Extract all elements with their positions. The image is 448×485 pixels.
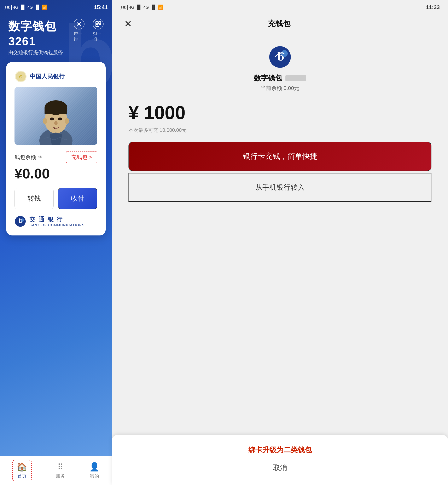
status-time-right: 11:33	[426, 4, 440, 11]
signal-bar-r1: ▐▌	[136, 5, 142, 10]
mine-icon: 👤	[89, 462, 100, 472]
action-buttons: 转钱 收付	[15, 188, 97, 209]
mobile-transfer-button[interactable]: 从手机银行转入	[128, 173, 432, 202]
wallet-balance-right: 当前余额 0.00元	[261, 85, 299, 92]
home-icon: 🏠	[17, 462, 27, 472]
national-emblem: ⊙	[15, 70, 27, 83]
wallet-name-right: 数字钱包	[254, 73, 306, 83]
bank-charge-button[interactable]: 银行卡充钱，简单快捷	[128, 142, 432, 171]
bocom-logo-right: b	[269, 46, 291, 68]
signal-4g-r1: 4G	[129, 5, 134, 10]
wallet-title: 数字钱包3261	[8, 19, 74, 48]
home-label: 首页	[17, 473, 26, 479]
signal-4g-1: 4G	[13, 5, 18, 10]
receive-button[interactable]: 收付	[58, 188, 97, 209]
svg-rect-2	[96, 22, 98, 24]
bank-logo-row: b 交 通 银 行 BANK OF COMMUNICATIONS	[15, 215, 97, 227]
wifi-icon: 📶	[42, 5, 48, 10]
hd-icon-r: HD	[120, 5, 128, 10]
bank-name-card: 中国人民银行	[30, 73, 65, 80]
portrait-area	[15, 87, 97, 145]
left-panel: b HD 4G ▐▌ 4G ▐▌ 📶 15:41 数字钱包3261 由交通银行提…	[0, 0, 112, 485]
recharge-button[interactable]: 充钱包 >	[66, 151, 97, 163]
status-time-left: 15:41	[94, 4, 108, 11]
amount-limit: 本次最多可充 10,000.00元	[128, 127, 432, 133]
svg-rect-3	[99, 22, 101, 24]
balance-label: 钱包余额 👁	[15, 154, 43, 161]
portrait-figure	[33, 89, 79, 145]
balance-row: 钱包余额 👁 充钱包 >	[15, 151, 97, 163]
amount-display: ¥ 1000	[128, 102, 432, 123]
hd-icon: HD	[4, 5, 12, 10]
status-icons-right: HD 4G ▐▌ 4G ▐▌ 📶	[120, 5, 163, 10]
svg-point-16	[43, 118, 47, 124]
page-title: 充钱包	[268, 19, 290, 29]
nav-home[interactable]: 🏠 首页	[12, 460, 32, 481]
cancel-button[interactable]: 取消	[128, 463, 432, 473]
right-content: b 数字钱包 当前余额 0.00元 ¥ 1000 本次最多可充 10,000.0…	[112, 33, 448, 485]
status-bar-right: HD 4G ▐▌ 4G ▐▌ 📶 11:33	[112, 0, 448, 15]
card-header: ⊙ 中国人民银行	[15, 70, 97, 83]
balance-amount: ¥0.00	[15, 165, 97, 181]
signal-bar-1: ▐▌	[20, 5, 26, 10]
svg-point-20	[54, 121, 58, 125]
status-bar-left: HD 4G ▐▌ 4G ▐▌ 📶 15:41	[0, 0, 112, 15]
svg-text:⊙: ⊙	[19, 74, 23, 79]
header-section: 数字钱包3261 由交通银行提供钱包服务 碰一碰	[0, 15, 112, 62]
status-icons-left: HD 4G ▐▌ 4G ▐▌ 📶	[4, 5, 48, 10]
signal-4g-2: 4G	[27, 5, 33, 10]
signal-bar-2: ▐▌	[34, 5, 40, 10]
header-actions: 碰一碰 扫一扫	[74, 19, 104, 42]
scan-button[interactable]: 扫一扫	[93, 19, 104, 42]
signal-4g-r2: 4G	[143, 5, 149, 10]
bocom-logo-left: b	[15, 215, 26, 227]
service-label: 服务	[56, 473, 65, 479]
touch-label: 碰一碰	[74, 31, 85, 42]
wallet-subtitle: 由交通银行提供钱包服务	[8, 49, 74, 56]
svg-point-19	[58, 117, 62, 120]
eye-icon[interactable]: 👁	[38, 155, 43, 160]
svg-point-21	[54, 127, 55, 129]
amount-value: ¥ 1000	[128, 102, 185, 123]
wallet-name-blur	[285, 75, 306, 81]
bocom-name: 交 通 银 行 BANK OF COMMUNICATIONS	[29, 215, 85, 227]
bottom-nav: 🏠 首页 ⠿ 服务 👤 我的	[0, 456, 112, 485]
right-panel: HD 4G ▐▌ 4G ▐▌ 📶 11:33 ✕ 充钱包 b 数字钱包	[112, 0, 448, 485]
touch-button[interactable]: 碰一碰	[74, 19, 85, 42]
svg-rect-15	[45, 107, 67, 114]
wallet-title-block: 数字钱包3261 由交通银行提供钱包服务	[8, 19, 74, 56]
upgrade-text[interactable]: 绑卡升级为二类钱包	[128, 445, 432, 455]
scan-label: 扫一扫	[93, 31, 104, 42]
svg-point-17	[65, 118, 69, 124]
bocom-cn: 交 通 银 行	[29, 215, 85, 223]
svg-point-1	[78, 23, 80, 25]
transfer-button[interactable]: 转钱	[15, 188, 54, 209]
topbar-right: ✕ 充钱包	[112, 15, 448, 33]
service-icon: ⠿	[57, 462, 63, 472]
scan-icon	[93, 19, 104, 29]
nav-mine[interactable]: 👤 我的	[89, 462, 100, 479]
svg-rect-4	[96, 25, 98, 26]
svg-point-18	[50, 117, 54, 120]
bocom-en: BANK OF COMMUNICATIONS	[29, 223, 85, 227]
mine-label: 我的	[90, 473, 99, 479]
wifi-icon-r: 📶	[158, 5, 163, 10]
bottom-sheet: 绑卡升级为二类钱包 取消	[112, 435, 448, 485]
nav-service[interactable]: ⠿ 服务	[56, 462, 65, 479]
touch-icon	[74, 19, 85, 29]
signal-bar-r2: ▐▌	[150, 5, 157, 10]
wallet-info-section: b 数字钱包 当前余额 0.00元	[128, 46, 432, 92]
wallet-card: ⊙ 中国人民银行	[6, 62, 106, 235]
close-button[interactable]: ✕	[124, 18, 132, 29]
